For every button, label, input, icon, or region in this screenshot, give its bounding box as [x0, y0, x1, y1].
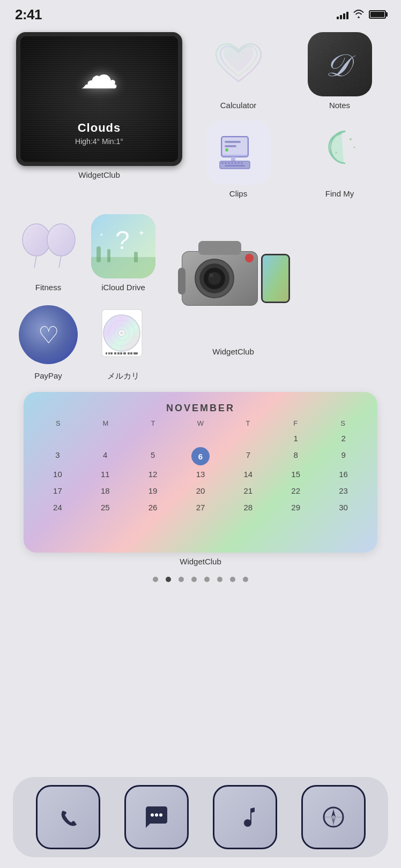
svg-point-65 — [155, 813, 158, 817]
calendar-cell: 29 — [272, 500, 319, 515]
svg-rect-47 — [126, 352, 128, 354]
svg-point-17 — [350, 138, 352, 140]
page-dot[interactable] — [204, 577, 210, 582]
fitness-icon — [16, 214, 80, 278]
svg-point-64 — [151, 813, 154, 817]
calendar-month: NOVEMBER — [34, 403, 367, 414]
clips-icon — [206, 120, 271, 185]
left-cols: Fitness — [16, 214, 155, 381]
middle-section: Fitness — [16, 214, 385, 381]
calendar-widget-container: NOVEMBER S M T W T F S 12345678910111213… — [16, 392, 385, 566]
svg-point-66 — [159, 813, 162, 817]
calculator-label: Calculator — [220, 101, 257, 110]
app-item-clips[interactable]: Clips — [206, 120, 271, 198]
svg-rect-12 — [231, 162, 233, 164]
dock-messages[interactable] — [124, 785, 189, 849]
calendar-cell: 17 — [34, 483, 81, 499]
weather-widget-label: WidgetClub — [78, 170, 120, 179]
paypay-icon-wrap: ♡ — [16, 303, 80, 367]
svg-rect-57 — [198, 241, 241, 255]
app-item-icloud[interactable]: ? ✦ ✦ iCloud Drive — [91, 214, 155, 292]
camera-widget[interactable] — [166, 220, 300, 343]
page-dot[interactable] — [230, 577, 235, 582]
notes-label: Notes — [329, 101, 350, 110]
svg-rect-16 — [225, 165, 245, 167]
calculator-icon — [206, 32, 271, 96]
page-dot[interactable] — [166, 577, 171, 582]
page-dots — [16, 577, 385, 582]
page-dot[interactable] — [243, 577, 248, 582]
calendar-widget[interactable]: NOVEMBER S M T W T F S 12345678910111213… — [24, 392, 377, 553]
svg-rect-5 — [225, 145, 236, 147]
svg-rect-62 — [178, 268, 185, 295]
app-item-mercari[interactable]: メルカリ — [91, 303, 155, 381]
calendar-cell: 1 — [272, 431, 319, 446]
cal-day-f: F — [272, 419, 320, 427]
calendar-cell: 25 — [82, 500, 129, 515]
svg-text:✦: ✦ — [99, 232, 103, 238]
status-bar: 2:41 — [0, 0, 401, 27]
svg-rect-4 — [225, 141, 241, 143]
calendar-body: 1234567891011121314151617181920212223242… — [34, 431, 367, 515]
dock-phone[interactable] — [36, 785, 100, 849]
cal-day-t: T — [129, 419, 177, 427]
page-dot[interactable] — [179, 577, 184, 582]
calendar-cell: 20 — [177, 483, 224, 499]
svg-rect-42 — [110, 352, 110, 354]
calendar-today: 6 — [191, 447, 210, 465]
dock-music[interactable] — [213, 785, 277, 849]
page-dot[interactable] — [153, 577, 158, 582]
svg-rect-45 — [120, 352, 120, 354]
svg-rect-14 — [237, 162, 240, 164]
app-pair-2: Clips Fin — [193, 120, 385, 198]
svg-rect-41 — [107, 352, 108, 354]
svg-rect-44 — [116, 352, 117, 354]
calendar-cell — [34, 431, 81, 446]
app-item-paypay[interactable]: ♡ PayPay — [16, 303, 80, 381]
status-time: 2:41 — [15, 6, 42, 23]
svg-rect-30 — [134, 252, 138, 262]
findmy-label: Find My — [325, 189, 354, 198]
calendar-cell: 24 — [34, 500, 81, 515]
calendar-header: S M T W T F S — [34, 419, 367, 427]
icloud-icon: ? ✦ ✦ — [91, 214, 155, 278]
app-item-findmy[interactable]: Find My — [308, 120, 372, 198]
calendar-cell: 10 — [34, 466, 81, 482]
page-dot[interactable] — [191, 577, 197, 582]
app-item-fitness[interactable]: Fitness — [16, 214, 80, 292]
svg-point-58 — [245, 254, 254, 262]
page-dot[interactable] — [217, 577, 222, 582]
svg-line-25 — [59, 256, 61, 268]
tv-text: Clouds High:4° Min:1° — [20, 121, 178, 146]
calendar-cell: 15 — [272, 466, 319, 482]
calendar-cell — [177, 431, 224, 446]
calendar-cell: 4 — [82, 447, 129, 465]
calendar-cell: 8 — [272, 447, 319, 465]
app-item-notes[interactable]: 𝒟 Notes — [308, 32, 372, 110]
svg-point-19 — [335, 152, 337, 154]
signal-icon — [337, 10, 348, 19]
svg-point-56 — [209, 273, 213, 277]
svg-rect-15 — [241, 162, 243, 164]
calendar-cell: 9 — [320, 447, 367, 465]
weather-temp: High:4° Min:1° — [20, 137, 178, 146]
svg-rect-7 — [231, 157, 235, 161]
weather-widget[interactable]: ☁ Clouds High:4° Min:1° — [16, 32, 182, 166]
calendar-cell: 22 — [272, 483, 319, 499]
cal-day-s2: S — [319, 419, 367, 427]
app-item-calculator[interactable]: Calculator — [206, 32, 271, 110]
svg-rect-49 — [132, 352, 133, 354]
cal-day-m: M — [82, 419, 130, 427]
svg-rect-46 — [122, 352, 123, 354]
notes-icon: 𝒟 — [308, 32, 372, 96]
calendar-grid: S M T W T F S 12345678910111213141516171… — [34, 419, 367, 515]
svg-rect-29 — [107, 249, 110, 262]
weather-widget-container: ☁ Clouds High:4° Min:1° WidgetClub — [16, 32, 182, 179]
calendar-cell: 26 — [130, 500, 176, 515]
svg-rect-28 — [96, 246, 101, 262]
svg-rect-61 — [263, 255, 288, 301]
calendar-cell — [130, 431, 176, 446]
row-paypay-mercari: ♡ PayPay — [16, 303, 155, 381]
svg-text:✦: ✦ — [138, 229, 145, 237]
dock-safari[interactable] — [301, 785, 366, 849]
